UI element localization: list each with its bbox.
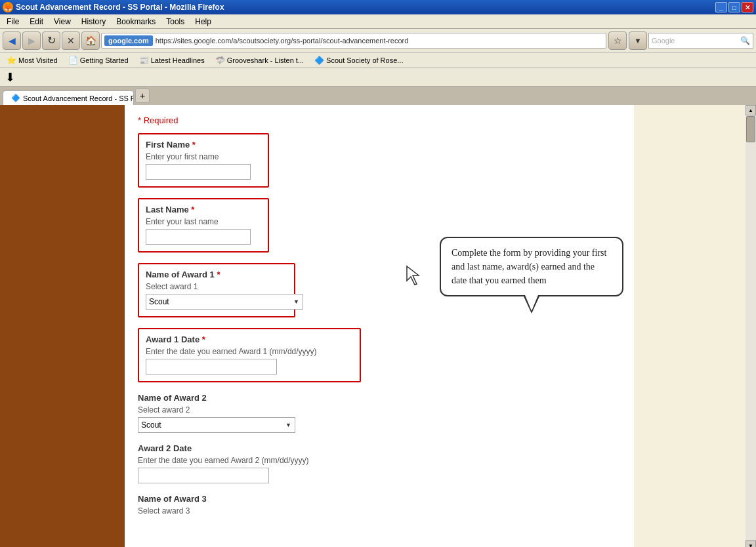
address-url: https://sites.google.com/a/scoutsociety.…	[156, 37, 409, 45]
speech-bubble: Complete the form by providing your firs…	[440, 237, 623, 296]
bookmark-icon-1: 📄	[68, 56, 78, 65]
award2-date-group: Award 2 Date Enter the date you earned A…	[138, 443, 621, 483]
search-placeholder: Google	[652, 37, 740, 45]
award2-select-wrapper: Scout Tenderfoot Second Class First Clas…	[138, 417, 295, 433]
award2-date-hint: Enter the date you earned Award 2 (mm/dd…	[138, 456, 621, 465]
award1-select-wrapper: Scout Tenderfoot Second Class First Clas…	[146, 294, 303, 310]
address-bar-container: google.com https://sites.google.com/a/sc…	[101, 31, 647, 50]
bookmark-menu-button[interactable]: ▼	[629, 31, 647, 50]
first-name-label: First Name *	[146, 140, 261, 150]
refresh-button[interactable]: ↻	[42, 31, 60, 50]
bookmark-icon-4: 🔷	[314, 56, 324, 65]
award3-name-hint: Select award 3	[138, 506, 308, 516]
download-icon: ⬇	[5, 70, 15, 85]
award2-date-label: Award 2 Date	[138, 443, 621, 453]
bookmark-icon-2: 📰	[139, 56, 149, 65]
award1-date-input[interactable]	[146, 359, 277, 375]
tab-bar: 🔷 Scout Advancement Record - SS Por... ✕…	[0, 87, 756, 105]
menu-help[interactable]: Help	[190, 16, 217, 28]
search-icon[interactable]: 🔍	[740, 36, 750, 45]
menu-bar: File Edit View History Bookmarks Tools H…	[0, 14, 756, 29]
menu-tools[interactable]: Tools	[161, 16, 190, 28]
bookmark-icon-0: ⭐	[7, 56, 16, 65]
home-button[interactable]: 🏠	[81, 31, 100, 50]
first-name-hint: Enter your first name	[146, 152, 261, 161]
forward-button[interactable]: ▶	[22, 31, 41, 50]
award1-date-hint: Enter the date you earned Award 1 (mm/dd…	[146, 347, 353, 356]
award3-name-label: Name of Award 3	[138, 494, 308, 504]
address-bar[interactable]: google.com https://sites.google.com/a/sc…	[101, 33, 606, 49]
scroll-track	[746, 115, 756, 540]
award2-name-label: Name of Award 2	[138, 393, 308, 403]
cursor-arrow	[406, 265, 421, 290]
window-controls: _ □ ✕	[715, 2, 753, 12]
speech-bubble-text: Complete the form by providing your firs…	[452, 248, 606, 285]
scrollbar: ▲ ▼	[746, 105, 756, 547]
award2-name-hint: Select award 2	[138, 405, 308, 415]
bookmark-scout-society[interactable]: 🔷 Scout Society of Rose...	[310, 54, 407, 66]
award1-name-group: Name of Award 1 * Select award 1 Scout T…	[138, 263, 295, 317]
menu-history[interactable]: History	[76, 16, 111, 28]
content-area: * Required First Name * Enter your first…	[0, 105, 756, 547]
left-sidebar	[0, 105, 125, 547]
bookmark-getting-started[interactable]: 📄 Getting Started	[64, 54, 133, 66]
award1-name-label: Name of Award 1 *	[146, 270, 287, 279]
award1-date-group: Award 1 Date * Enter the date you earned…	[138, 328, 361, 382]
maximize-button[interactable]: □	[728, 2, 740, 12]
menu-edit[interactable]: Edit	[24, 16, 49, 28]
award1-select[interactable]: Scout Tenderfoot Second Class First Clas…	[146, 294, 303, 310]
form-area: * Required First Name * Enter your first…	[138, 115, 621, 516]
star-button[interactable]: ☆	[608, 31, 627, 50]
menu-view[interactable]: View	[49, 16, 76, 28]
tab-label: Scout Advancement Record - SS Por...	[23, 94, 134, 102]
search-bar[interactable]: Google 🔍	[648, 33, 753, 49]
last-name-label: Last Name *	[146, 205, 261, 214]
close-button[interactable]: ✕	[742, 2, 753, 12]
window-title: Scout Advancement Record - SS Portal - M…	[16, 3, 715, 12]
bookmark-icon-3: 🦈	[215, 56, 225, 65]
back-button[interactable]: ◀	[3, 31, 21, 50]
right-sidebar	[634, 105, 746, 547]
scroll-thumb[interactable]	[746, 116, 755, 142]
firefox-icon: 🦊	[3, 2, 13, 12]
tab-favicon: 🔷	[11, 94, 20, 102]
bookmarks-bar: ⭐ Most Visited 📄 Getting Started 📰 Lates…	[0, 52, 756, 68]
minimize-button[interactable]: _	[715, 2, 727, 12]
menu-bookmarks[interactable]: Bookmarks	[111, 16, 161, 28]
required-note: * Required	[138, 115, 621, 125]
award1-name-hint: Select award 1	[146, 282, 287, 291]
award2-date-input[interactable]	[138, 468, 269, 483]
window-title-bar: 🦊 Scout Advancement Record - SS Portal -…	[0, 0, 756, 14]
first-name-group: First Name * Enter your first name	[138, 133, 269, 188]
new-tab-button[interactable]: +	[135, 89, 150, 103]
menu-file[interactable]: File	[1, 16, 24, 28]
last-name-group: Last Name * Enter your last name	[138, 198, 269, 253]
award2-select[interactable]: Scout Tenderfoot Second Class First Clas…	[138, 417, 295, 433]
last-name-input[interactable]	[146, 229, 251, 245]
first-name-input[interactable]	[146, 164, 251, 180]
stop-button[interactable]: ✕	[62, 31, 80, 50]
toolbar: ◀ ▶ ↻ ✕ 🏠 google.com https://sites.googl…	[0, 29, 756, 52]
bookmark-grooveshark[interactable]: 🦈 Grooveshark - Listen t...	[211, 54, 308, 66]
award3-name-group: Name of Award 3 Select award 3	[138, 494, 308, 516]
bookmark-latest-headlines[interactable]: 📰 Latest Headlines	[135, 54, 209, 66]
award1-date-label: Award 1 Date *	[146, 334, 353, 344]
svg-marker-0	[407, 266, 419, 285]
address-label: google.com	[104, 35, 153, 46]
scroll-down-button[interactable]: ▼	[746, 540, 756, 547]
last-name-hint: Enter your last name	[146, 217, 261, 226]
bookmark-most-visited[interactable]: ⭐ Most Visited	[3, 54, 62, 66]
scroll-up-button[interactable]: ▲	[746, 105, 756, 115]
award2-name-group: Name of Award 2 Select award 2 Scout Ten…	[138, 393, 308, 433]
page-content: * Required First Name * Enter your first…	[125, 105, 634, 547]
active-tab[interactable]: 🔷 Scout Advancement Record - SS Por... ✕	[3, 91, 134, 105]
download-bar: ⬇	[0, 68, 756, 87]
